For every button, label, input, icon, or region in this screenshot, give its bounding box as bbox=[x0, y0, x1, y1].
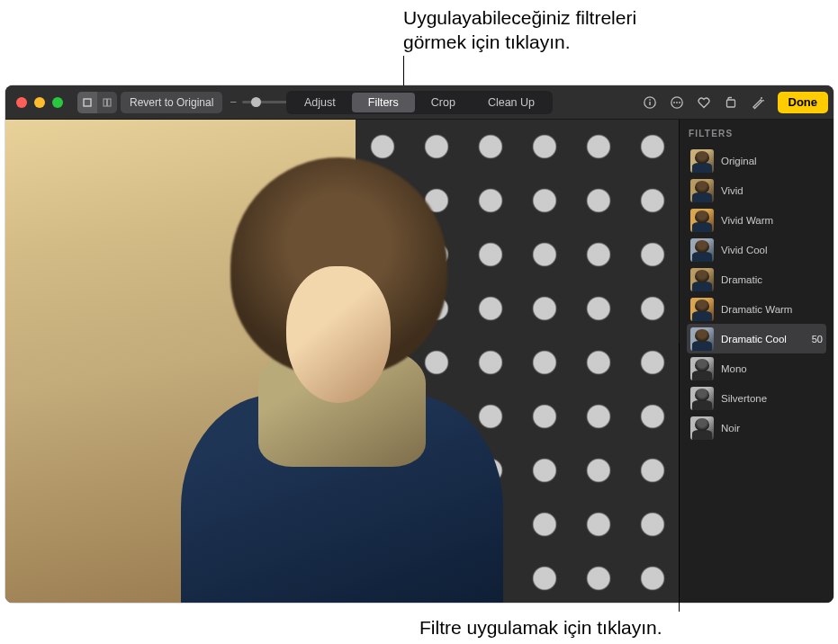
filter-vivid-warm[interactable]: Vivid Warm bbox=[687, 205, 826, 235]
callout-bottom-leader bbox=[679, 344, 680, 612]
info-icon[interactable] bbox=[637, 92, 662, 113]
svg-rect-4 bbox=[649, 102, 650, 105]
filter-dramatic-warm[interactable]: Dramatic Warm bbox=[687, 294, 826, 324]
filter-dramatic[interactable]: Dramatic bbox=[687, 264, 826, 294]
rotate-icon[interactable] bbox=[718, 92, 743, 113]
toolbar-right: Done bbox=[637, 92, 829, 113]
filter-vivid-cool[interactable]: Vivid Cool bbox=[687, 235, 826, 264]
callout-top-text: Uygulayabileceğiniz filtreleri görmek iç… bbox=[403, 5, 636, 55]
filter-label: Dramatic bbox=[721, 274, 823, 285]
svg-rect-2 bbox=[108, 99, 112, 106]
filter-thumb-silvertone bbox=[690, 387, 714, 410]
close-window-button[interactable] bbox=[16, 97, 27, 108]
filter-label: Noir bbox=[721, 423, 823, 434]
svg-point-8 bbox=[676, 102, 678, 103]
view-mode-single[interactable] bbox=[77, 92, 97, 113]
photo-canvas[interactable] bbox=[5, 120, 679, 603]
zoom-thumb[interactable] bbox=[251, 97, 261, 107]
svg-point-9 bbox=[679, 102, 680, 103]
filter-thumb-noir bbox=[690, 416, 714, 440]
tab-cleanup[interactable]: Clean Up bbox=[472, 93, 551, 112]
auto-enhance-icon[interactable] bbox=[745, 92, 770, 113]
filter-strength-value: 50 bbox=[812, 334, 823, 344]
tab-crop[interactable]: Crop bbox=[415, 93, 472, 112]
filter-label: Original bbox=[721, 156, 823, 166]
filter-thumb-mono bbox=[690, 357, 714, 380]
photo-subject bbox=[167, 148, 518, 603]
window-controls bbox=[11, 97, 63, 108]
toolbar: Revert to Original − + Adjust Filters Cr… bbox=[5, 85, 833, 120]
filter-original[interactable]: Original bbox=[687, 146, 826, 175]
filter-thumb-vivid bbox=[690, 179, 714, 202]
filter-thumb-vivid-cool bbox=[690, 238, 714, 262]
filter-label: Dramatic Warm bbox=[721, 304, 823, 315]
photo-editor-window: Revert to Original − + Adjust Filters Cr… bbox=[5, 85, 833, 603]
filter-silvertone[interactable]: Silvertone bbox=[687, 383, 826, 413]
tab-adjust[interactable]: Adjust bbox=[288, 93, 352, 112]
revert-button[interactable]: Revert to Original bbox=[121, 92, 222, 113]
photo-subject-face bbox=[286, 266, 392, 402]
svg-rect-10 bbox=[726, 100, 734, 107]
svg-rect-1 bbox=[104, 99, 107, 106]
filter-vivid[interactable]: Vivid bbox=[687, 175, 826, 205]
fullscreen-window-button[interactable] bbox=[52, 97, 63, 108]
edit-mode-tabs: Adjust Filters Crop Clean Up bbox=[286, 91, 553, 114]
svg-point-7 bbox=[673, 102, 675, 103]
filter-thumb-vivid-warm bbox=[690, 209, 714, 232]
favorite-icon[interactable] bbox=[691, 92, 716, 113]
filter-noir[interactable]: Noir bbox=[687, 413, 826, 443]
filter-thumb-dramatic-warm bbox=[690, 298, 714, 321]
filter-label: Vivid Warm bbox=[721, 215, 823, 226]
filters-panel: FILTERS Original Vivid Vivid Warm Vivid … bbox=[679, 120, 833, 603]
svg-rect-0 bbox=[84, 99, 91, 106]
view-mode-split[interactable] bbox=[97, 92, 117, 113]
filter-dramatic-cool[interactable]: Dramatic Cool 50 bbox=[687, 324, 826, 353]
zoom-out-icon: − bbox=[230, 95, 237, 109]
more-icon[interactable] bbox=[664, 92, 689, 113]
tab-filters[interactable]: Filters bbox=[352, 93, 415, 112]
minimize-window-button[interactable] bbox=[34, 97, 45, 108]
content-area: FILTERS Original Vivid Vivid Warm Vivid … bbox=[5, 120, 833, 603]
filter-label: Vivid bbox=[721, 185, 823, 196]
svg-rect-5 bbox=[649, 99, 650, 100]
filter-mono[interactable]: Mono bbox=[687, 353, 826, 383]
filter-label: Mono bbox=[721, 363, 823, 374]
filters-panel-title: FILTERS bbox=[687, 129, 826, 139]
filter-thumb-dramatic bbox=[690, 268, 714, 291]
callout-bottom-text: Filtre uygulamak için tıklayın. bbox=[419, 617, 662, 639]
filter-thumb-original bbox=[690, 149, 714, 173]
callout-top-leader bbox=[403, 56, 404, 87]
filter-thumb-dramatic-cool bbox=[690, 327, 714, 351]
filter-label: Silvertone bbox=[721, 393, 823, 404]
filter-label: Dramatic Cool bbox=[721, 334, 805, 344]
view-mode-toggle[interactable] bbox=[77, 92, 117, 113]
filter-label: Vivid Cool bbox=[721, 245, 823, 255]
done-button[interactable]: Done bbox=[778, 92, 829, 113]
